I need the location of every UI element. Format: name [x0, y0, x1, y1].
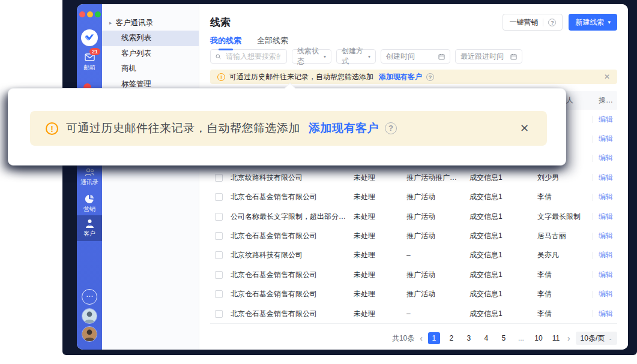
- warning-icon: !: [217, 73, 225, 81]
- app-logo[interactable]: [81, 29, 98, 46]
- sidebar-item-leads-list[interactable]: 线索列表: [102, 31, 199, 46]
- rail-item-customer[interactable]: 客户: [77, 215, 102, 241]
- contacts-icon: [84, 167, 95, 178]
- zoom-window-button[interactable]: [95, 11, 101, 17]
- table-row: 北京仓石基金销售有限公司 未处理 推广活动 成交信息1 李倩 编辑: [210, 265, 617, 284]
- expand-arrow-icon: ▸: [109, 20, 112, 26]
- table-row: 公司名称最长文字限制，超出部分“...”表示 未处理 推广活动 成交信息1 文字…: [210, 207, 617, 226]
- chevron-down-icon: ▾: [368, 54, 370, 59]
- lead-tabs: 我的线索 全部线索: [210, 35, 617, 47]
- row-checkbox[interactable]: [215, 232, 223, 240]
- col-action: 操作: [593, 95, 617, 106]
- add-existing-customer-link[interactable]: 添加现有客户: [309, 121, 379, 136]
- history-mail-notice-banner: ! 可通过历史邮件往来记录，自动帮您筛选添加 添加现有客户 ? ✕: [210, 70, 617, 84]
- row-checkbox[interactable]: [215, 290, 223, 298]
- page-button[interactable]: 4: [480, 332, 492, 344]
- page-button[interactable]: 1: [428, 332, 440, 344]
- new-lead-button[interactable]: 新建线索 ▾: [569, 14, 617, 31]
- crm-sidebar: ▸ 客户通讯录 线索列表 客户列表 商机 标签管理: [102, 4, 199, 350]
- close-icon[interactable]: ✕: [604, 73, 610, 81]
- edit-link[interactable]: 编辑: [599, 270, 613, 280]
- rail-item-label: 通讯录: [77, 179, 102, 186]
- row-checkbox[interactable]: [215, 213, 223, 221]
- edit-link[interactable]: 编辑: [599, 212, 613, 222]
- page-button[interactable]: 5: [498, 332, 510, 344]
- sidebar-group-label: 客户通讯录: [116, 18, 154, 28]
- edit-link[interactable]: 编辑: [599, 289, 613, 299]
- button-divider: [543, 19, 543, 26]
- total-count: 共10条: [392, 333, 414, 344]
- close-icon[interactable]: ✕: [520, 122, 529, 135]
- table-row: 北京仓石基金销售有限公司 未处理 推广活动 成交信息1 李倩 编辑: [210, 285, 617, 304]
- table-row: 北京纹路科技有限公司 未处理 推广活动推广活动... 成交信息1 刘少男 编辑: [210, 168, 617, 187]
- next-page-button[interactable]: ›: [567, 332, 570, 344]
- popup-notice-banner: ! 可通过历史邮件往来记录，自动帮您筛选添加 添加现有客户 ? ✕: [30, 111, 547, 146]
- edit-link[interactable]: 编辑: [599, 192, 613, 202]
- edit-link[interactable]: 编辑: [599, 309, 613, 319]
- app-window: 邮箱 21 通讯录 营销: [77, 4, 628, 350]
- warning-icon: !: [46, 122, 58, 135]
- unread-count-badge: 21: [89, 48, 100, 55]
- row-checkbox[interactable]: [215, 271, 223, 279]
- minimize-window-button[interactable]: [87, 11, 93, 17]
- filter-bar: 线索状态 ▾ 创建方式 ▾ 创建时间 最近跟: [210, 49, 617, 64]
- edit-link[interactable]: 编辑: [599, 231, 613, 241]
- table-row: 北京仓石基金销售有限公司 未处理 推广活动 成交信息1 居马古丽 编辑: [210, 226, 617, 245]
- row-checkbox[interactable]: [215, 310, 223, 318]
- prev-page-button[interactable]: ‹: [420, 332, 423, 344]
- table-row: 北京纹路科技有限公司 未处理 – 成交信息1 吴亦凡 编辑: [210, 246, 617, 265]
- rail-item-contacts[interactable]: 通讯录: [77, 167, 102, 186]
- row-checkbox[interactable]: [215, 251, 223, 259]
- one-click-marketing-button[interactable]: 一键营销 ?: [503, 14, 563, 31]
- rail-item-marketing[interactable]: 营销: [77, 194, 102, 213]
- lead-status-select[interactable]: 线索状态 ▾: [292, 49, 331, 64]
- user-avatar-1[interactable]: [82, 308, 97, 324]
- chevron-down-icon: ⌄: [608, 336, 612, 341]
- chevron-down-icon: ▾: [324, 54, 326, 59]
- rail-item-mail[interactable]: 邮箱 21: [77, 52, 102, 71]
- rail-item-label: 邮箱: [77, 64, 102, 71]
- customer-icon: [84, 218, 95, 229]
- edit-link[interactable]: 编辑: [599, 153, 613, 163]
- chevron-down-icon: ▾: [608, 20, 611, 25]
- row-checkbox[interactable]: [215, 174, 223, 182]
- help-icon[interactable]: ?: [385, 122, 397, 134]
- tab-my-leads[interactable]: 我的线索: [210, 35, 241, 46]
- app-rail: 邮箱 21 通讯录 营销: [77, 4, 102, 350]
- edit-link[interactable]: 编辑: [599, 115, 613, 125]
- edit-link[interactable]: 编辑: [599, 134, 613, 144]
- table-row: 北京仓石基金销售有限公司 未处理 – 成交信息1 李倩 编辑: [210, 304, 617, 323]
- help-icon[interactable]: ?: [548, 19, 556, 26]
- edit-link[interactable]: 编辑: [599, 173, 613, 183]
- close-window-button[interactable]: [79, 11, 85, 17]
- sidebar-item-customers-list[interactable]: 客户列表: [102, 46, 199, 62]
- main-content: 线索 一键营销 ? 新建线索 ▾ 我的线索 全部线索: [199, 4, 628, 350]
- page-size-select[interactable]: 10条/页 ⌄: [576, 332, 617, 345]
- sidebar-group-customer-contacts[interactable]: ▸ 客户通讯录: [102, 15, 199, 31]
- marketing-icon: [84, 194, 95, 204]
- traffic-lights: [79, 11, 101, 17]
- create-time-picker[interactable]: 创建时间: [381, 49, 450, 64]
- add-existing-customer-link[interactable]: 添加现有客户: [379, 72, 422, 82]
- creation-method-select[interactable]: 创建方式 ▾: [336, 49, 376, 64]
- user-avatar-2[interactable]: [82, 326, 97, 342]
- page-button[interactable]: 11: [550, 332, 562, 344]
- sidebar-item-opportunities[interactable]: 商机: [102, 61, 199, 77]
- tab-all-leads[interactable]: 全部线索: [257, 35, 288, 46]
- search-input[interactable]: [225, 52, 282, 61]
- calendar-icon: [510, 53, 517, 60]
- last-follow-time-picker[interactable]: 最近跟进时间: [455, 49, 522, 64]
- page-button[interactable]: 10: [533, 332, 545, 344]
- rail-more-button[interactable]: ⋯: [82, 289, 97, 305]
- edit-link[interactable]: 编辑: [599, 250, 613, 260]
- pagination: 共10条 ‹ 1 2 3 4 5 ... 10 11 › 10条/页 ⌄: [210, 330, 617, 346]
- calendar-icon: [438, 53, 445, 60]
- page-ellipsis: ...: [515, 332, 527, 344]
- lead-search-box[interactable]: [210, 49, 287, 64]
- rail-item-label: 营销: [77, 206, 102, 213]
- row-checkbox[interactable]: [215, 193, 223, 201]
- help-icon[interactable]: ?: [426, 73, 434, 81]
- page-button[interactable]: 2: [445, 332, 457, 344]
- page-button[interactable]: 3: [463, 332, 475, 344]
- page-title: 线索: [210, 16, 231, 29]
